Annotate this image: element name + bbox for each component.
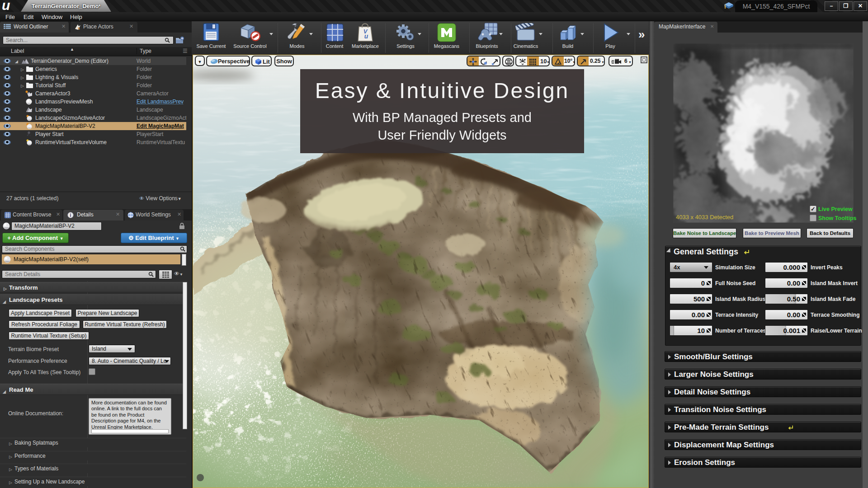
svg-text:i: i bbox=[70, 213, 71, 218]
svg-text:u: u bbox=[364, 33, 368, 40]
svg-text:u: u bbox=[2, 0, 10, 12]
